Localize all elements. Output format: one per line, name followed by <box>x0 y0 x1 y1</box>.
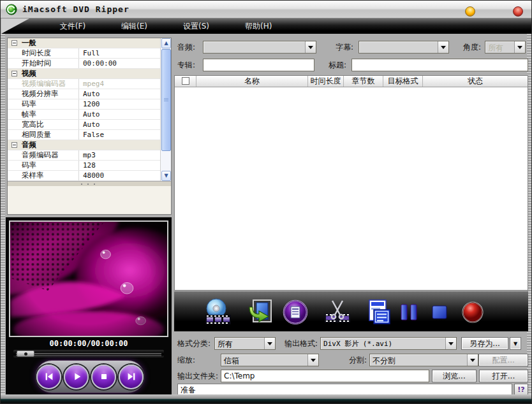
window-bottom-frame <box>1 394 532 403</box>
properties-icon[interactable] <box>281 298 310 327</box>
rip-icon[interactable] <box>246 298 275 327</box>
title-list-body[interactable] <box>175 87 528 290</box>
format-category-select[interactable]: 所有 <box>214 337 276 350</box>
stop-icon[interactable] <box>429 298 450 327</box>
audio-label: 音频: <box>177 42 195 53</box>
split-select[interactable]: 不分割 <box>369 354 478 366</box>
scrollbar-thumb[interactable] <box>161 49 171 151</box>
menu-bar: . 文件(F) 编辑(E) 设置(S) 帮助(H) <box>1 18 532 34</box>
preview-flower-image <box>10 222 167 336</box>
minimize-button[interactable] <box>465 6 475 17</box>
prop-row-video-codec: 视频编编码器 mpeg4 <box>8 79 160 89</box>
output-folder-input[interactable] <box>221 370 429 382</box>
column-name[interactable]: 名称 <box>196 76 308 87</box>
output-folder-label: 输出文件夹: <box>177 371 217 382</box>
prop-row-audio-codec[interactable]: 音频编码器 mp3 <box>8 150 160 161</box>
menu-edit[interactable]: 编辑(E) <box>115 21 154 32</box>
config-button[interactable]: 配置... <box>478 354 528 366</box>
play-button[interactable] <box>64 364 89 389</box>
album-input[interactable] <box>203 59 314 71</box>
property-description-area <box>8 186 171 214</box>
property-scrollbar[interactable]: ▲ ▼ <box>160 38 171 181</box>
column-chapters[interactable]: 章节数 <box>344 76 383 87</box>
clip-icon[interactable] <box>323 298 352 327</box>
title-label: 标题: <box>329 60 346 71</box>
chevron-down-icon[interactable] <box>307 354 318 366</box>
prop-row-framerate[interactable]: 帧率 Auto <box>8 110 160 120</box>
save-as-dropdown-button[interactable]: ▼ <box>510 337 521 350</box>
angle-select[interactable]: 所有 <box>485 41 526 54</box>
file-list-icon[interactable] <box>365 298 394 327</box>
open-button[interactable]: 打开... <box>479 370 528 382</box>
prop-row-resolution[interactable]: 视频分辨率 Auto <box>8 89 160 99</box>
seek-handle[interactable] <box>17 350 34 357</box>
prop-group-video[interactable]: 视频 <box>8 69 160 79</box>
app-logo-icon <box>6 4 17 15</box>
action-toolbar <box>174 291 528 331</box>
title-list-table: 名称 时间长度 章节数 目标格式 状态 <box>174 75 528 291</box>
seek-track[interactable] <box>16 353 161 354</box>
pause-icon[interactable] <box>399 298 419 327</box>
chevron-down-icon[interactable] <box>264 338 275 349</box>
browse-button[interactable]: 浏览... <box>432 370 477 382</box>
table-header: 名称 时间长度 章节数 目标格式 状态 <box>175 76 528 87</box>
chevron-down-icon[interactable] <box>305 41 316 53</box>
prop-row-duration[interactable]: 时间长度 Full <box>8 48 160 59</box>
settings-property-grid: 一般 时间长度 Full 开始时间 00:00:00 视频 视频编编码器 mpe… <box>7 38 172 215</box>
output-format-select[interactable]: DivX 影片 (*.avi) <box>320 337 457 350</box>
record-icon[interactable] <box>458 298 487 327</box>
playback-time: 00:00:00/00:00:00 <box>6 339 172 348</box>
chevron-down-icon[interactable] <box>445 338 456 349</box>
prop-group-audio[interactable]: 音频 <box>8 140 160 150</box>
select-all-checkbox[interactable] <box>182 77 189 85</box>
subtitle-label: 字幕: <box>336 42 353 53</box>
save-as-button[interactable]: 另存为... <box>461 337 508 350</box>
prop-row-same-quality[interactable]: 相同质量 False <box>8 130 160 140</box>
output-folder-row: 输出文件夹: 浏览... 打开... <box>177 370 528 382</box>
chevron-down-icon[interactable] <box>438 41 448 53</box>
chevron-down-icon[interactable] <box>467 354 478 366</box>
prop-row-start-time[interactable]: 开始时间 00:00:00 <box>8 59 160 69</box>
menu-help[interactable]: 帮助(H) <box>239 21 278 32</box>
window-edge-left <box>1 34 5 394</box>
video-preview[interactable] <box>9 220 168 337</box>
prop-row-audio-bitrate[interactable]: 码率 128 <box>8 161 160 171</box>
subtitle-select[interactable] <box>358 41 449 54</box>
format-category-label: 格式分类: <box>177 338 211 349</box>
close-button[interactable] <box>513 6 523 17</box>
album-label: 专辑: <box>177 60 195 71</box>
window-title: iMacsoft DVD Ripper <box>22 4 129 14</box>
prop-row-aspect-ratio[interactable]: 宽高比 Auto <box>8 120 160 130</box>
title-input[interactable] <box>351 59 528 71</box>
collapse-icon[interactable] <box>11 71 17 76</box>
zoom-label: 缩放: <box>177 355 217 366</box>
title-bar[interactable]: iMacsoft DVD Ripper <box>1 1 532 18</box>
audio-select[interactable] <box>203 41 316 54</box>
menu-swoosh-decor <box>1 18 29 34</box>
seek-slider[interactable] <box>13 350 164 357</box>
previous-button[interactable] <box>36 364 61 389</box>
prop-row-video-bitrate[interactable]: 码率 1200 <box>8 99 160 110</box>
collapse-icon[interactable] <box>11 142 17 148</box>
preview-panel: 00:00:00/00:00:00 <box>6 217 172 394</box>
zoom-select[interactable]: 信箱 <box>221 354 319 366</box>
column-target-format[interactable]: 目标格式 <box>383 76 423 87</box>
menu-settings[interactable]: 设置(S) <box>177 21 216 32</box>
chevron-down-icon[interactable] <box>514 41 525 53</box>
open-dvd-icon[interactable] <box>203 298 233 327</box>
menu-file[interactable]: 文件(F) <box>54 21 92 32</box>
angle-label: 角度: <box>463 42 481 53</box>
column-status[interactable]: 状态 <box>423 76 528 87</box>
prop-row-sample-rate[interactable]: 采样率 48000 <box>8 171 160 181</box>
scroll-up-icon[interactable]: ▲ <box>161 38 171 48</box>
scroll-down-icon[interactable]: ▼ <box>161 171 171 181</box>
prop-group-general[interactable]: 一般 <box>8 38 160 48</box>
stop-button[interactable] <box>91 364 116 389</box>
column-duration[interactable]: 时间长度 <box>308 76 344 87</box>
splitter-grip[interactable] <box>8 181 171 186</box>
zoom-split-row: 缩放: 信箱 分割: 不分割 配置... <box>177 354 528 366</box>
album-title-row: 专辑: 标题: <box>177 58 528 72</box>
next-button[interactable] <box>119 364 144 389</box>
source-selector-row: 音频: 字幕: 角度: 所有 <box>177 40 528 54</box>
collapse-icon[interactable] <box>11 40 17 46</box>
